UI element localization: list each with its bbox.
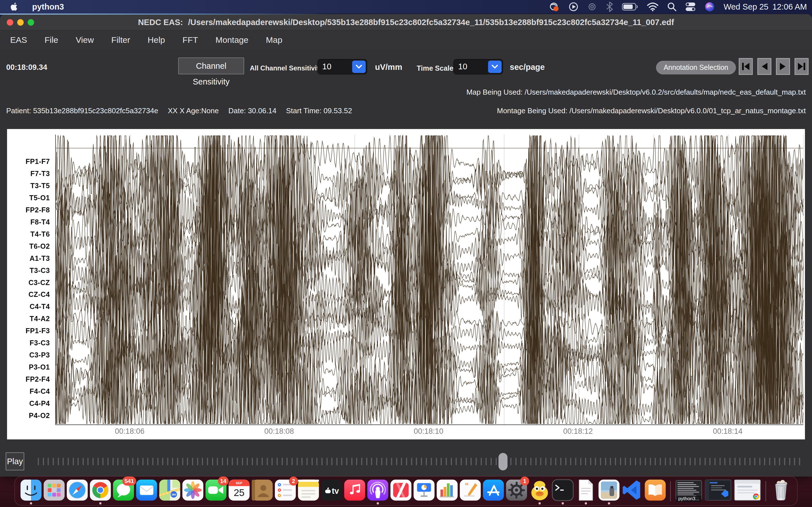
dock-cyberduck-icon[interactable]	[528, 478, 551, 503]
patient-info-part-1: XX X Age:None	[168, 107, 219, 115]
next-page-button[interactable]	[776, 58, 790, 75]
dock-reminders-icon[interactable]: 2	[274, 478, 297, 503]
dock-maps-icon[interactable]: 280	[158, 478, 181, 503]
slider-tick	[147, 458, 148, 465]
macos-dock: 54128014SEP252tv“1python3...	[14, 476, 798, 506]
channel-sensitivity-button[interactable]: Channel Sensitivity	[178, 57, 244, 74]
dock-messages-icon[interactable]: 541	[112, 478, 135, 503]
channel-label-fp1-f7: FP1-F7	[7, 158, 50, 166]
dock-safari-icon[interactable]	[66, 478, 89, 503]
slider-handle[interactable]	[499, 453, 507, 470]
airplay-icon[interactable]	[587, 2, 597, 12]
dock-settings-icon[interactable]: 1	[505, 478, 528, 503]
siri-icon[interactable]	[704, 1, 715, 12]
channel-label-t4-a2: T4-A2	[7, 315, 50, 323]
nedc-eas-window: NEDC EAS:/Users/makedapaderewski/Desktop…	[0, 14, 812, 476]
slider-tick	[700, 458, 701, 465]
control-center-icon[interactable]	[685, 2, 696, 11]
menu-item-file[interactable]: File	[45, 35, 58, 45]
slider-tick	[381, 458, 382, 465]
menu-item-filter[interactable]: Filter	[111, 35, 130, 45]
play-circle-icon[interactable]	[568, 2, 578, 12]
dock-imagecapture-icon[interactable]	[598, 478, 620, 503]
screen-record-icon[interactable]	[549, 1, 560, 12]
chevron-down-icon[interactable]	[352, 61, 366, 73]
slider-tick	[421, 458, 422, 465]
menu-item-help[interactable]: Help	[148, 35, 165, 45]
wifi-icon[interactable]	[647, 2, 659, 11]
dock-keynote-icon[interactable]	[412, 478, 436, 503]
slider-tick	[202, 458, 203, 465]
slider-tick	[431, 458, 432, 465]
time-tick-label-3: 00:18:12	[553, 427, 603, 436]
channel-label-t3-c3: T3-C3	[7, 267, 50, 275]
last-page-button[interactable]	[795, 58, 809, 75]
menu-item-map[interactable]: Map	[266, 35, 282, 45]
macos-menu-bar: python3 Wed Sep 25 12:06 AM	[0, 0, 812, 13]
dock-numbers-icon[interactable]	[436, 478, 459, 503]
menu-item-eas[interactable]: EAS	[10, 35, 27, 45]
menu-item-montage[interactable]: Montage	[215, 35, 248, 45]
dock-finder-icon[interactable]	[19, 478, 43, 503]
chevron-down-icon[interactable]	[488, 61, 502, 73]
dock-minimized-vscode-icon[interactable]	[703, 478, 733, 503]
notification-badge: 14	[218, 476, 229, 486]
dock-notes-icon[interactable]	[297, 478, 320, 503]
dock-pages-icon[interactable]: “	[459, 478, 482, 503]
slider-tick	[441, 458, 442, 465]
page-navigation-buttons	[739, 58, 809, 75]
svg-text:“: “	[465, 481, 469, 490]
apple-logo-icon[interactable]	[10, 2, 19, 11]
dock-trash-icon[interactable]	[769, 478, 793, 503]
annotation-selection-button[interactable]: Annotation Selection	[656, 61, 736, 74]
dock-textedit-icon[interactable]	[574, 478, 598, 503]
dock-contacts-icon[interactable]	[251, 478, 274, 503]
slider-tick	[401, 458, 402, 465]
dock-mail-icon[interactable]	[135, 478, 158, 503]
slider-tick	[486, 458, 487, 465]
time-tick-label-0: 00:18:06	[104, 427, 155, 436]
slider-tick	[356, 458, 357, 465]
dock-calendar-icon[interactable]: SEP25	[227, 478, 251, 503]
all-channel-sensitivity-label: All Channel Sensitivity	[250, 64, 323, 72]
channel-label-f3-c3: F3-C3	[7, 339, 50, 347]
window-title-bar[interactable]: NEDC EAS:/Users/makedapaderewski/Desktop…	[0, 14, 812, 31]
menu-bar-clock[interactable]: Wed Sep 25 12:06 AM	[723, 2, 807, 11]
slider-tick	[620, 458, 621, 465]
play-button[interactable]: Play	[6, 452, 24, 470]
slider-tick	[411, 458, 412, 465]
menu-item-view[interactable]: View	[75, 35, 94, 45]
dock-photos-icon[interactable]	[181, 478, 204, 503]
sensitivity-dropdown[interactable]: 10	[317, 59, 367, 74]
dock-appletv-icon[interactable]: tv	[320, 478, 343, 503]
time-scale-dropdown[interactable]: 10	[453, 59, 503, 74]
previous-page-button[interactable]	[757, 58, 771, 75]
slider-tick	[271, 458, 273, 465]
dock-minimized-chrome-icon[interactable]	[733, 478, 762, 503]
channel-label-f7-t3: F7-T3	[7, 170, 50, 178]
slider-tick	[784, 458, 785, 465]
first-page-button[interactable]	[739, 58, 753, 75]
dock-minimized-python3-icon[interactable]: python3...	[674, 478, 703, 503]
dock-music-icon[interactable]	[343, 478, 366, 503]
dock-podcasts-icon[interactable]	[366, 478, 389, 503]
dock-appstore-icon[interactable]	[482, 478, 505, 503]
active-app-name[interactable]: python3	[32, 2, 64, 11]
dock-facetime-icon[interactable]: 14	[204, 478, 227, 503]
channel-label-c3-p3: C3-P3	[7, 351, 50, 359]
dock-vscode-icon[interactable]	[620, 478, 644, 503]
slider-tick	[610, 458, 611, 465]
position-slider[interactable]	[36, 452, 806, 470]
dock-terminal-icon[interactable]	[551, 478, 574, 503]
bluetooth-icon[interactable]	[606, 1, 613, 12]
slider-tick	[665, 458, 666, 465]
dock-books-icon[interactable]	[644, 478, 667, 503]
slider-tick	[550, 458, 552, 465]
battery-icon[interactable]	[622, 3, 638, 11]
slider-tick	[650, 458, 651, 465]
spotlight-icon[interactable]	[667, 2, 677, 11]
menu-item-fft[interactable]: FFT	[183, 35, 198, 45]
dock-launchpad-icon[interactable]	[43, 478, 66, 503]
dock-chrome-icon[interactable]	[89, 478, 112, 503]
dock-news-icon[interactable]	[389, 478, 412, 503]
